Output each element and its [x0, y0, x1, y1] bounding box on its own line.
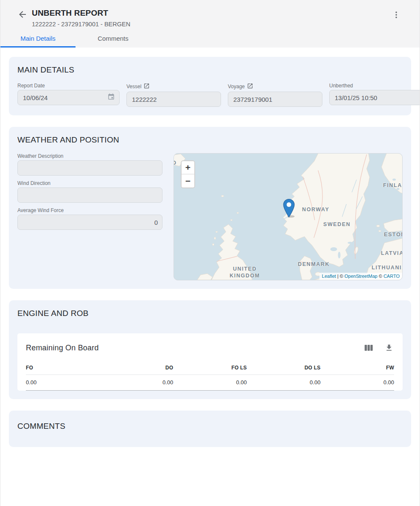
tab-main-details-label: Main Details [20, 35, 56, 42]
wind-direction-input[interactable] [17, 187, 162, 203]
download-button[interactable] [384, 343, 394, 353]
comments-card: COMMENTS [9, 411, 411, 447]
rob-col-do: DO [100, 361, 174, 375]
unberthed-value[interactable] [335, 94, 419, 101]
columns-button[interactable] [364, 343, 374, 352]
voyage-value[interactable] [233, 96, 318, 103]
average-wind-force-field-group: Average Wind Force [17, 207, 162, 230]
open-in-new-icon[interactable] [143, 83, 150, 90]
arrow-left-icon [17, 14, 28, 21]
weather-position-card: WEATHER AND POSITION Weather Description… [9, 127, 411, 289]
position-map[interactable]: NORWAY SWEDEN DENMARK UNITED KINGDOM FIN… [174, 153, 403, 280]
map-label-sweden: SWEDEN [323, 221, 350, 227]
columns-icon [364, 347, 373, 353]
map-label-fragment: D [174, 160, 177, 166]
zoom-out-button[interactable]: − [182, 174, 194, 187]
map-label-norway: NORWAY [302, 207, 329, 212]
map-label-estonia: ESTONIA [384, 232, 403, 238]
tab-bar: Main Details Comments [0, 29, 420, 48]
engine-rob-card: ENGINE AND ROB Remaining On Board [9, 300, 411, 399]
calendar-icon[interactable] [107, 93, 115, 102]
report-date-label: Report Date [17, 83, 120, 89]
remaining-on-board-table-card: Remaining On Board [17, 333, 403, 391]
tab-comments[interactable]: Comments [76, 29, 151, 48]
open-in-new-icon[interactable] [247, 83, 253, 90]
rob-value-fo: 0.00 [26, 375, 100, 390]
rob-table-title: Remaining On Board [26, 344, 364, 352]
rob-table-row: 0.00 0.00 0.00 0.00 0.00 [26, 375, 394, 391]
rob-table: FO DO FO LS DO LS FW 0.00 0.00 0.00 0.00… [26, 361, 394, 391]
rob-table-header-row: FO DO FO LS DO LS FW [26, 361, 394, 375]
page-title: UNBERTH REPORT [32, 8, 391, 18]
leaflet-link[interactable]: Leaflet [322, 274, 336, 279]
unberthed-input[interactable] [329, 90, 420, 105]
map-attribution: Leaflet | © OpenStreetMap © CARTO [319, 273, 402, 280]
wind-direction-value[interactable] [23, 192, 158, 199]
unberthed-field-group: Unberthed [329, 83, 420, 107]
wind-direction-label: Wind Direction [17, 180, 162, 186]
map-label-finland: FINLAND [383, 182, 403, 188]
unberthed-label: Unberthed [329, 83, 420, 89]
download-icon [385, 347, 393, 353]
report-date-value[interactable] [23, 94, 107, 101]
openstreetmap-link[interactable]: OpenStreetMap [344, 274, 378, 279]
vessel-label: Vessel [126, 83, 221, 90]
average-wind-force-label: Average Wind Force [17, 207, 162, 213]
header: UNBERTH REPORT 1222222 - 23729179001 - B… [0, 0, 420, 48]
more-options-button[interactable] [391, 9, 402, 20]
vessel-input[interactable] [126, 92, 221, 107]
weather-description-field-group: Weather Description [17, 153, 162, 176]
attribution-separator: © [378, 274, 384, 279]
rob-col-fols: FO LS [173, 361, 247, 375]
map-label-denmark: DENMARK [298, 261, 330, 267]
map-label-lithuania: LITHUANIA [372, 265, 403, 271]
attribution-separator: | © [336, 274, 344, 279]
page-subtitle: 1222222 - 23729179001 - BERGEN [32, 21, 391, 28]
zoom-in-button[interactable]: + [182, 161, 194, 174]
vessel-field-group: Vessel [126, 83, 221, 107]
tab-comments-label: Comments [98, 35, 129, 42]
tab-main-details[interactable]: Main Details [0, 29, 76, 48]
carto-link[interactable]: CARTO [384, 274, 400, 279]
back-button[interactable] [17, 8, 28, 20]
rob-col-dols: DO LS [247, 361, 321, 375]
comments-heading: COMMENTS [17, 422, 403, 431]
rob-value-fw: 0.00 [320, 375, 394, 390]
report-date-input[interactable] [17, 90, 120, 105]
rob-value-dols: 0.00 [247, 375, 321, 390]
map-pin-icon[interactable] [283, 199, 295, 219]
voyage-field-group: Voyage [228, 83, 322, 107]
wind-direction-field-group: Wind Direction [17, 180, 162, 203]
engine-rob-heading: ENGINE AND ROB [17, 309, 403, 318]
map-zoom-control: + − [181, 160, 195, 188]
weather-position-heading: WEATHER AND POSITION [17, 135, 403, 145]
voyage-label-text: Voyage [228, 84, 245, 89]
unberth-report-page: UNBERTH REPORT 1222222 - 23729179001 - B… [0, 0, 420, 506]
voyage-input[interactable] [228, 92, 322, 107]
weather-description-input[interactable] [17, 160, 162, 176]
weather-description-label: Weather Description [17, 153, 162, 159]
vessel-label-text: Vessel [126, 84, 141, 89]
rob-col-fo: FO [26, 361, 100, 375]
weather-description-value[interactable] [23, 165, 158, 172]
rob-value-do: 0.00 [100, 375, 174, 390]
average-wind-force-input[interactable] [17, 215, 162, 230]
voyage-label: Voyage [228, 83, 322, 90]
map-label-latvia: LATVIA [381, 250, 403, 256]
main-details-card: MAIN DETAILS Report Date Vessel [9, 57, 411, 115]
rob-col-fw: FW [320, 361, 394, 375]
kebab-menu-icon [392, 14, 401, 21]
vessel-value[interactable] [132, 96, 216, 103]
average-wind-force-value[interactable] [23, 219, 158, 226]
map-label-united-kingdom: UNITED KINGDOM [221, 266, 268, 279]
rob-value-fols: 0.00 [173, 375, 247, 390]
report-date-field-group: Report Date [17, 83, 120, 107]
main-details-heading: MAIN DETAILS [17, 65, 403, 75]
